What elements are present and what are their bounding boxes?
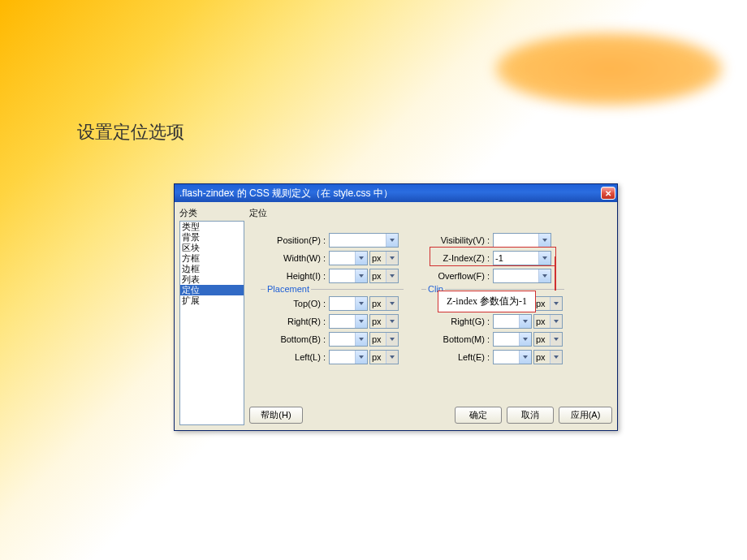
visibility-combo[interactable] bbox=[493, 233, 551, 248]
chevron-down-icon bbox=[519, 333, 531, 346]
chevron-down-icon bbox=[386, 269, 398, 282]
placement-bottom-unit[interactable]: px bbox=[369, 332, 399, 347]
chevron-down-icon bbox=[386, 315, 398, 328]
zindex-callout: Z-index 参数值为-1 bbox=[438, 291, 536, 312]
category-list-cat[interactable]: 列表 bbox=[180, 274, 244, 285]
placement-right-label: Right(R) : bbox=[249, 317, 329, 326]
chevron-down-icon bbox=[550, 333, 562, 346]
apply-button[interactable]: 应用(A) bbox=[559, 407, 612, 424]
clip-right-combo[interactable] bbox=[493, 314, 532, 329]
placement-left-label: Left(L) : bbox=[249, 352, 329, 362]
main-area: 定位 Position(P) : Visibility(V) : Width(W… bbox=[249, 207, 612, 425]
help-button[interactable]: 帮助(H) bbox=[249, 407, 303, 424]
clip-bottom-label: Bottom(M) : bbox=[412, 334, 493, 344]
clip-left-combo[interactable] bbox=[493, 350, 532, 364]
chevron-down-icon bbox=[519, 351, 531, 364]
category-block[interactable]: 区块 bbox=[180, 243, 244, 253]
slide-title: 设置定位选项 bbox=[77, 120, 184, 144]
category-sidebar: 分类 类型 背景 区块 方框 边框 列表 定位 扩展 bbox=[179, 207, 244, 425]
category-list[interactable]: 类型 背景 区块 方框 边框 列表 定位 扩展 bbox=[179, 221, 244, 425]
clip-bottom-unit[interactable]: px bbox=[533, 332, 563, 347]
height-label: Height(I) : bbox=[249, 271, 329, 281]
placement-bottom-combo[interactable] bbox=[329, 332, 368, 347]
sidebar-label: 分类 bbox=[179, 207, 244, 219]
chevron-down-icon bbox=[355, 315, 367, 328]
overflow-label: Overflow(F) : bbox=[412, 271, 493, 281]
chevron-down-icon bbox=[355, 297, 367, 310]
chevron-down-icon bbox=[519, 315, 531, 328]
clip-right-unit[interactable]: px bbox=[533, 314, 563, 329]
main-area-label: 定位 bbox=[249, 207, 612, 219]
category-type[interactable]: 类型 bbox=[180, 222, 244, 232]
cancel-button[interactable]: 取消 bbox=[507, 407, 554, 424]
zindex-combo[interactable]: -1 bbox=[493, 251, 551, 265]
chevron-down-icon bbox=[538, 252, 551, 265]
position-label: Position(P) : bbox=[249, 235, 329, 245]
form-area: Position(P) : Visibility(V) : Width(W) :… bbox=[249, 222, 612, 403]
category-border[interactable]: 边框 bbox=[180, 264, 244, 274]
placement-right-combo[interactable] bbox=[329, 314, 368, 329]
category-box[interactable]: 方框 bbox=[180, 253, 244, 264]
chevron-down-icon bbox=[386, 333, 398, 346]
zindex-value: -1 bbox=[495, 253, 503, 263]
chevron-down-icon bbox=[538, 234, 551, 247]
chevron-down-icon bbox=[550, 297, 562, 310]
height-unit-combo[interactable]: px bbox=[369, 269, 399, 283]
category-background[interactable]: 背景 bbox=[180, 232, 244, 243]
clip-top-unit[interactable]: px bbox=[533, 296, 563, 311]
chevron-down-icon bbox=[550, 315, 562, 328]
chevron-down-icon bbox=[538, 269, 551, 282]
dialog-button-row: 帮助(H) 确定 取消 应用(A) bbox=[249, 403, 612, 425]
placement-top-label: Top(O) : bbox=[249, 299, 329, 308]
placement-right-unit[interactable]: px bbox=[369, 314, 399, 329]
dialog-titlebar[interactable]: .flash-zindex 的 CSS 规则定义（在 style.css 中） … bbox=[175, 184, 617, 202]
css-rule-dialog: .flash-zindex 的 CSS 规则定义（在 style.css 中） … bbox=[174, 183, 618, 431]
category-positioning[interactable]: 定位 bbox=[180, 285, 244, 295]
placement-left-unit[interactable]: px bbox=[369, 350, 399, 364]
chevron-down-icon bbox=[355, 252, 367, 265]
height-combo[interactable] bbox=[329, 269, 368, 283]
width-combo[interactable] bbox=[329, 251, 368, 265]
close-button[interactable]: ✕ bbox=[601, 187, 615, 200]
overflow-combo[interactable] bbox=[493, 269, 551, 283]
width-label: Width(W) : bbox=[249, 253, 329, 263]
background-decoration bbox=[495, 32, 723, 106]
dialog-title: .flash-zindex 的 CSS 规则定义（在 style.css 中） bbox=[179, 187, 601, 200]
chevron-down-icon bbox=[386, 351, 398, 364]
chevron-down-icon bbox=[355, 269, 367, 282]
chevron-down-icon bbox=[355, 333, 367, 346]
clip-left-unit[interactable]: px bbox=[533, 350, 563, 364]
clip-left-label: Left(E) : bbox=[412, 352, 493, 362]
callout-connector bbox=[555, 256, 556, 291]
visibility-label: Visibility(V) : bbox=[412, 235, 493, 245]
zindex-label: Z-Index(Z) : bbox=[412, 253, 493, 263]
chevron-down-icon bbox=[386, 252, 398, 265]
chevron-down-icon bbox=[386, 297, 398, 310]
placement-bottom-label: Bottom(B) : bbox=[249, 334, 329, 344]
category-extensions[interactable]: 扩展 bbox=[180, 295, 244, 306]
ok-button[interactable]: 确定 bbox=[455, 407, 502, 424]
chevron-down-icon bbox=[386, 234, 398, 247]
dialog-body: 分类 类型 背景 区块 方框 边框 列表 定位 扩展 定位 Position(P… bbox=[175, 202, 617, 430]
chevron-down-icon bbox=[355, 351, 367, 364]
clip-bottom-combo[interactable] bbox=[493, 332, 532, 347]
placement-top-unit[interactable]: px bbox=[369, 296, 399, 311]
placement-fieldset-label: Placement bbox=[266, 284, 311, 294]
placement-top-combo[interactable] bbox=[329, 296, 368, 311]
close-icon: ✕ bbox=[605, 189, 611, 198]
position-combo[interactable] bbox=[329, 233, 399, 248]
clip-right-label: Right(G) : bbox=[412, 317, 493, 326]
chevron-down-icon bbox=[550, 351, 562, 364]
width-unit-combo[interactable]: px bbox=[369, 251, 399, 265]
placement-left-combo[interactable] bbox=[329, 350, 368, 364]
